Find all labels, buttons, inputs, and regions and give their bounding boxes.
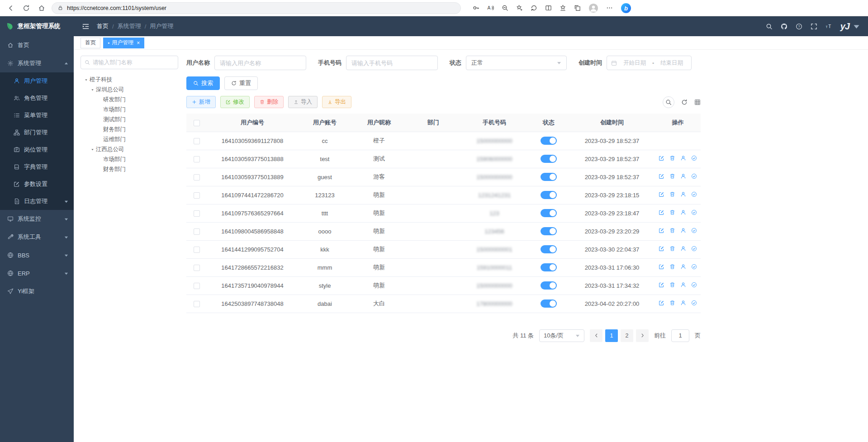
check-circle-icon[interactable] <box>691 300 697 306</box>
edit-icon[interactable] <box>659 282 664 288</box>
delete-icon[interactable] <box>669 264 675 270</box>
delete-button[interactable]: 删除 <box>254 96 284 108</box>
edit-icon[interactable] <box>659 228 664 233</box>
breadcrumb-item[interactable]: 首页 <box>97 22 109 30</box>
fullscreen-icon[interactable] <box>811 23 817 30</box>
user-icon[interactable] <box>680 173 686 179</box>
edit-icon[interactable] <box>659 246 664 252</box>
sidebar-item[interactable]: 菜单管理 <box>0 107 74 124</box>
delete-icon[interactable] <box>669 173 675 179</box>
row-checkbox[interactable] <box>194 247 200 253</box>
sidebar-item[interactable]: 系统管理 <box>0 54 74 72</box>
modify-button[interactable]: 修改 <box>220 96 250 108</box>
edit-icon[interactable] <box>659 155 664 161</box>
user-icon[interactable] <box>680 209 686 215</box>
delete-icon[interactable] <box>669 155 675 161</box>
tree-node[interactable]: 市场部门 <box>81 154 178 164</box>
username-input[interactable] <box>214 56 306 70</box>
tree-node[interactable]: 财务部门 <box>81 164 178 174</box>
sidebar-item[interactable]: 首页 <box>0 36 74 54</box>
browser-profile-avatar[interactable] <box>588 3 598 13</box>
bing-icon[interactable]: b <box>621 3 631 14</box>
check-circle-icon[interactable] <box>691 209 697 215</box>
tree-node[interactable]: 橙子科技 <box>81 75 178 85</box>
tree-node[interactable]: 研发部门 <box>81 95 178 105</box>
sidebar-item[interactable]: ERP <box>0 264 74 282</box>
tree-node[interactable]: 江西总公司 <box>81 144 178 154</box>
row-checkbox[interactable] <box>194 210 200 217</box>
sidebar-item[interactable]: 日志管理 <box>0 193 74 210</box>
tree-node[interactable]: 市场部门 <box>81 105 178 114</box>
sidebar-item[interactable]: 岗位管理 <box>0 141 74 158</box>
status-toggle[interactable] <box>541 137 557 145</box>
tree-caret-icon[interactable] <box>82 78 90 82</box>
delete-icon[interactable] <box>669 282 675 288</box>
check-circle-icon[interactable] <box>691 264 697 270</box>
export-button[interactable]: 导出 <box>322 96 351 108</box>
row-checkbox[interactable] <box>194 192 200 199</box>
next-page-button[interactable] <box>636 329 649 342</box>
tree-node[interactable]: 运维部门 <box>81 134 178 144</box>
add-favorite-icon[interactable] <box>516 5 523 11</box>
search-button[interactable]: 搜索 <box>186 76 220 90</box>
collections-icon[interactable] <box>574 5 581 11</box>
row-checkbox[interactable] <box>194 138 200 144</box>
favorites-icon[interactable] <box>560 5 566 11</box>
user-icon[interactable] <box>680 282 686 288</box>
sidebar-item[interactable]: 参数设置 <box>0 176 74 193</box>
tab-close-icon[interactable]: × <box>137 40 140 46</box>
edit-icon[interactable] <box>659 300 664 306</box>
refresh-table-icon[interactable] <box>681 99 688 105</box>
delete-icon[interactable] <box>669 300 675 306</box>
user-icon[interactable] <box>680 228 686 233</box>
delete-icon[interactable] <box>669 228 675 233</box>
row-checkbox[interactable] <box>194 174 200 181</box>
zoom-icon[interactable] <box>502 5 508 11</box>
row-checkbox[interactable] <box>194 228 200 235</box>
user-icon[interactable] <box>680 300 686 306</box>
check-circle-icon[interactable] <box>691 173 697 179</box>
tree-node[interactable]: 深圳总公司 <box>81 85 178 95</box>
page-number-button[interactable]: 2 <box>621 329 633 342</box>
dept-search-input[interactable] <box>93 59 174 66</box>
github-icon[interactable] <box>781 23 787 30</box>
user-icon[interactable] <box>680 155 686 161</box>
status-toggle[interactable] <box>541 263 557 271</box>
read-aloud-icon[interactable]: A <box>487 5 494 11</box>
column-settings-icon[interactable] <box>694 99 701 105</box>
tree-node[interactable]: 财务部门 <box>81 124 178 134</box>
sidebar-item[interactable]: 部门管理 <box>0 124 74 141</box>
edit-icon[interactable] <box>659 173 664 179</box>
row-checkbox[interactable] <box>194 265 200 271</box>
status-toggle[interactable] <box>541 173 557 181</box>
sidebar-item[interactable]: 角色管理 <box>0 90 74 107</box>
status-toggle[interactable] <box>541 281 557 290</box>
add-button[interactable]: 新增 <box>186 96 216 108</box>
user-avatar[interactable]: yJ <box>840 21 849 32</box>
delete-icon[interactable] <box>669 209 675 215</box>
user-icon[interactable] <box>680 246 686 252</box>
status-toggle[interactable] <box>541 191 557 199</box>
check-circle-icon[interactable] <box>691 155 697 161</box>
status-toggle[interactable] <box>541 209 557 217</box>
status-toggle[interactable] <box>541 299 557 308</box>
sidebar-item[interactable]: BBS <box>0 246 74 264</box>
tree-caret-icon[interactable] <box>89 147 96 152</box>
browser-home-icon[interactable] <box>36 3 47 14</box>
sidebar-item[interactable]: 字典管理 <box>0 158 74 176</box>
reload-icon[interactable] <box>21 3 32 14</box>
sidebar-item[interactable]: 系统监控 <box>0 210 74 228</box>
edit-icon[interactable] <box>659 264 664 270</box>
browser-menu-icon[interactable] <box>606 5 613 11</box>
status-toggle[interactable] <box>541 245 557 253</box>
user-icon[interactable] <box>680 264 686 270</box>
import-button[interactable]: 导入 <box>288 96 318 108</box>
tree-caret-icon[interactable] <box>89 88 96 92</box>
tab-item[interactable]: ●用户管理× <box>103 38 144 48</box>
check-circle-icon[interactable] <box>691 228 697 233</box>
row-checkbox[interactable] <box>194 301 200 307</box>
split-screen-icon[interactable] <box>545 5 552 11</box>
reset-button[interactable]: 重置 <box>224 76 258 90</box>
check-circle-icon[interactable] <box>691 246 697 252</box>
delete-icon[interactable] <box>669 246 675 252</box>
